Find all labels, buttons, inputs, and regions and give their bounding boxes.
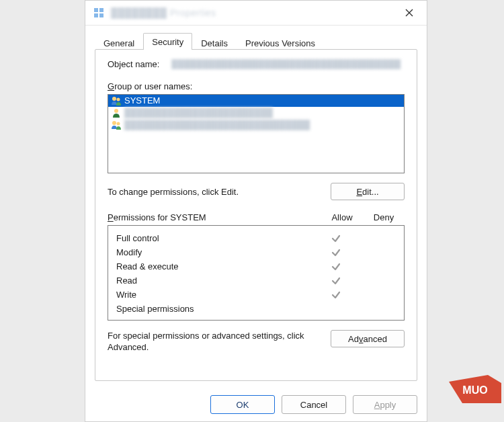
tabstrip: General Security Details Previous Versio… (95, 32, 417, 50)
svg-marker-9 (449, 375, 501, 403)
object-name-row: Object name: ███████████████████████████… (108, 59, 405, 69)
check-icon (331, 248, 341, 257)
advanced-button[interactable]: Advanced (331, 330, 405, 347)
svg-point-8 (117, 122, 120, 126)
perm-label: Special permissions (114, 304, 315, 314)
group-icon (111, 95, 122, 106)
user-icon (111, 108, 122, 118)
object-name-label: Object name: (108, 59, 159, 69)
deny-column-header: Deny (363, 212, 405, 222)
svg-rect-3 (99, 13, 103, 17)
perm-row-modify: Modify (114, 245, 398, 259)
list-item-label: ██████████████████████████████ (124, 119, 310, 131)
list-item-label: ████████████████████████ (124, 107, 273, 119)
svg-rect-0 (94, 8, 98, 12)
perm-row-read-execute: Read & execute (114, 259, 398, 273)
list-item[interactable]: ██████████████████████████████ (108, 119, 404, 131)
dialog-title: ████████ Properties (111, 7, 397, 18)
principals-listbox[interactable]: SYSTEM ████████████████████████ (108, 94, 405, 173)
close-button[interactable] (397, 1, 421, 25)
perm-row-special: Special permissions (114, 302, 398, 316)
check-icon (331, 276, 341, 286)
object-name-value: █████████████████████████████████████ (171, 59, 405, 69)
cancel-button[interactable]: Cancel (282, 395, 346, 414)
watermark-muo: MUO (449, 375, 501, 403)
advanced-hint-text: For special permissions or advanced sett… (108, 330, 331, 353)
tab-security[interactable]: Security (143, 33, 192, 50)
perm-row-full-control: Full control (114, 231, 398, 245)
perm-row-write: Write (114, 288, 398, 302)
svg-point-7 (112, 121, 116, 125)
check-icon (331, 234, 341, 243)
tab-details[interactable]: Details (192, 35, 237, 50)
ok-button[interactable]: OK (210, 395, 275, 414)
watermark-text: MUO (462, 384, 487, 396)
svg-rect-1 (99, 8, 103, 12)
svg-rect-2 (94, 13, 98, 17)
advanced-row: For special permissions or advanced sett… (108, 330, 405, 353)
perm-allow (315, 276, 357, 286)
close-icon (405, 9, 413, 17)
client-area: General Security Details Previous Versio… (85, 26, 427, 422)
perm-label: Full control (114, 233, 315, 243)
perm-allow (315, 234, 357, 243)
perm-allow (315, 248, 357, 257)
edit-hint-row: To change permissions, click Edit. Edit.… (108, 183, 405, 200)
svg-point-6 (114, 109, 118, 113)
perm-allow (315, 262, 357, 271)
list-item-label: SYSTEM (124, 95, 160, 107)
titlebar: ████████ Properties (85, 1, 427, 26)
list-item[interactable]: ████████████████████████ (108, 107, 404, 119)
perm-label: Read (114, 276, 315, 286)
app-icon (93, 7, 104, 18)
permissions-listbox[interactable]: Full control Modify Read & execute Read (108, 225, 405, 321)
check-icon (331, 262, 341, 271)
edit-button[interactable]: Edit... (331, 183, 405, 200)
apply-button[interactable]: Apply (353, 395, 417, 414)
groups-label: Group or user names: (108, 81, 405, 91)
perm-row-read: Read (114, 273, 398, 288)
allow-column-header: Allow (321, 212, 363, 222)
perm-allow (315, 290, 357, 300)
group-icon (111, 120, 122, 130)
permissions-header-label: Permissions for SYSTEM (108, 212, 321, 222)
edit-hint-text: To change permissions, click Edit. (108, 187, 331, 197)
perm-label: Read & execute (114, 261, 315, 271)
permissions-header: Permissions for SYSTEM Allow Deny (108, 212, 405, 222)
check-icon (331, 290, 341, 300)
tab-previous-versions[interactable]: Previous Versions (237, 35, 324, 50)
properties-dialog: ████████ Properties General Security Det… (85, 0, 427, 422)
tab-panel-security: Object name: ███████████████████████████… (95, 49, 417, 381)
list-item-system[interactable]: SYSTEM (108, 95, 404, 107)
perm-label: Write (114, 290, 315, 300)
tab-general[interactable]: General (95, 35, 143, 50)
svg-point-4 (112, 97, 116, 101)
dialog-button-bar: OK Cancel Apply (210, 395, 417, 414)
svg-point-5 (117, 98, 120, 101)
perm-label: Modify (114, 247, 315, 257)
